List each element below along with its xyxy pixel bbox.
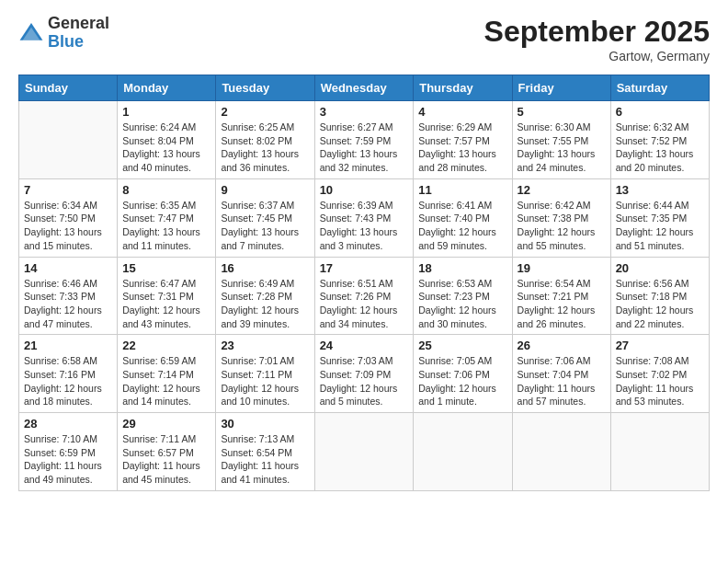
day-number: 30 xyxy=(221,417,309,431)
calendar-cell: 23Sunrise: 7:01 AMSunset: 7:11 PMDayligh… xyxy=(216,335,314,413)
day-number: 26 xyxy=(518,339,606,352)
logo-text: General Blue xyxy=(48,15,109,52)
day-number: 27 xyxy=(616,339,704,352)
calendar-week-row: 21Sunrise: 6:58 AMSunset: 7:16 PMDayligh… xyxy=(19,335,710,413)
cell-content: Sunrise: 7:01 AMSunset: 7:11 PMDaylight:… xyxy=(221,354,309,408)
day-number: 19 xyxy=(518,261,606,275)
calendar-cell: 17Sunrise: 6:51 AMSunset: 7:26 PMDayligh… xyxy=(314,257,414,335)
cell-content: Sunrise: 6:53 AMSunset: 7:23 PMDaylight:… xyxy=(418,277,506,331)
calendar-cell xyxy=(512,413,610,491)
weekday-header-saturday: Saturday xyxy=(610,75,709,101)
location: Gartow, Germany xyxy=(484,49,710,63)
cell-content: Sunrise: 6:56 AMSunset: 7:18 PMDaylight:… xyxy=(616,277,704,331)
calendar-cell: 22Sunrise: 6:59 AMSunset: 7:14 PMDayligh… xyxy=(118,335,216,413)
cell-content: Sunrise: 7:03 AMSunset: 7:09 PMDaylight:… xyxy=(320,354,409,408)
calendar-cell: 19Sunrise: 6:54 AMSunset: 7:21 PMDayligh… xyxy=(512,257,610,335)
title-block: September 2025 Gartow, Germany xyxy=(484,15,710,63)
logo-icon xyxy=(18,20,44,46)
cell-content: Sunrise: 7:13 AMSunset: 6:54 PMDaylight:… xyxy=(221,432,309,487)
calendar-cell: 21Sunrise: 6:58 AMSunset: 7:16 PMDayligh… xyxy=(19,335,118,413)
weekday-header-monday: Monday xyxy=(118,75,216,101)
calendar-cell: 14Sunrise: 6:46 AMSunset: 7:33 PMDayligh… xyxy=(19,257,118,335)
calendar-cell: 24Sunrise: 7:03 AMSunset: 7:09 PMDayligh… xyxy=(314,335,414,413)
cell-content: Sunrise: 6:30 AMSunset: 7:55 PMDaylight:… xyxy=(518,121,606,175)
cell-content: Sunrise: 7:05 AMSunset: 7:06 PMDaylight:… xyxy=(418,354,506,408)
cell-content: Sunrise: 6:59 AMSunset: 7:14 PMDaylight:… xyxy=(122,354,210,408)
cell-content: Sunrise: 6:47 AMSunset: 7:31 PMDaylight:… xyxy=(122,277,210,331)
day-number: 13 xyxy=(616,183,704,197)
day-number: 6 xyxy=(616,105,704,119)
calendar-cell: 10Sunrise: 6:39 AMSunset: 7:43 PMDayligh… xyxy=(314,178,414,257)
day-number: 14 xyxy=(24,261,112,275)
month-title: September 2025 xyxy=(484,15,710,49)
cell-content: Sunrise: 7:06 AMSunset: 7:04 PMDaylight:… xyxy=(518,354,606,408)
calendar-cell xyxy=(19,101,118,179)
cell-content: Sunrise: 6:32 AMSunset: 7:52 PMDaylight:… xyxy=(616,121,704,175)
calendar-cell: 2Sunrise: 6:25 AMSunset: 8:02 PMDaylight… xyxy=(216,101,314,179)
day-number: 15 xyxy=(122,261,210,275)
weekday-header-wednesday: Wednesday xyxy=(314,75,414,101)
day-number: 22 xyxy=(122,339,210,352)
calendar-week-row: 14Sunrise: 6:46 AMSunset: 7:33 PMDayligh… xyxy=(19,257,710,335)
cell-content: Sunrise: 6:58 AMSunset: 7:16 PMDaylight:… xyxy=(24,354,112,408)
cell-content: Sunrise: 6:29 AMSunset: 7:57 PMDaylight:… xyxy=(418,121,506,175)
calendar-cell: 26Sunrise: 7:06 AMSunset: 7:04 PMDayligh… xyxy=(512,335,610,413)
cell-content: Sunrise: 6:46 AMSunset: 7:33 PMDaylight:… xyxy=(24,277,112,331)
day-number: 16 xyxy=(221,261,309,275)
day-number: 8 xyxy=(122,183,210,197)
day-number: 29 xyxy=(122,417,210,431)
cell-content: Sunrise: 7:11 AMSunset: 6:57 PMDaylight:… xyxy=(122,432,210,487)
day-number: 3 xyxy=(320,105,409,119)
weekday-header-thursday: Thursday xyxy=(414,75,512,101)
cell-content: Sunrise: 6:37 AMSunset: 7:45 PMDaylight:… xyxy=(221,199,309,253)
day-number: 21 xyxy=(24,339,112,352)
calendar-cell: 1Sunrise: 6:24 AMSunset: 8:04 PMDaylight… xyxy=(118,101,216,179)
calendar-cell: 5Sunrise: 6:30 AMSunset: 7:55 PMDaylight… xyxy=(512,101,610,179)
day-number: 7 xyxy=(24,183,112,197)
calendar-cell xyxy=(610,413,709,491)
calendar-cell: 12Sunrise: 6:42 AMSunset: 7:38 PMDayligh… xyxy=(512,178,610,257)
cell-content: Sunrise: 6:24 AMSunset: 8:04 PMDaylight:… xyxy=(122,121,210,175)
calendar-cell: 9Sunrise: 6:37 AMSunset: 7:45 PMDaylight… xyxy=(216,178,314,257)
calendar-cell: 28Sunrise: 7:10 AMSunset: 6:59 PMDayligh… xyxy=(19,413,118,491)
cell-content: Sunrise: 6:35 AMSunset: 7:47 PMDaylight:… xyxy=(122,199,210,253)
day-number: 10 xyxy=(320,183,409,197)
day-number: 1 xyxy=(122,105,210,119)
weekday-header-row: SundayMondayTuesdayWednesdayThursdayFrid… xyxy=(19,75,710,101)
day-number: 25 xyxy=(418,339,506,352)
calendar-cell: 8Sunrise: 6:35 AMSunset: 7:47 PMDaylight… xyxy=(118,178,216,257)
day-number: 2 xyxy=(221,105,309,119)
cell-content: Sunrise: 6:51 AMSunset: 7:26 PMDaylight:… xyxy=(320,277,409,331)
day-number: 4 xyxy=(418,105,506,119)
cell-content: Sunrise: 7:10 AMSunset: 6:59 PMDaylight:… xyxy=(24,432,112,487)
calendar-cell: 3Sunrise: 6:27 AMSunset: 7:59 PMDaylight… xyxy=(314,101,414,179)
cell-content: Sunrise: 6:44 AMSunset: 7:35 PMDaylight:… xyxy=(616,199,704,253)
calendar-cell: 16Sunrise: 6:49 AMSunset: 7:28 PMDayligh… xyxy=(216,257,314,335)
cell-content: Sunrise: 6:41 AMSunset: 7:40 PMDaylight:… xyxy=(418,199,506,253)
weekday-header-sunday: Sunday xyxy=(19,75,118,101)
calendar-cell: 6Sunrise: 6:32 AMSunset: 7:52 PMDaylight… xyxy=(610,101,709,179)
day-number: 17 xyxy=(320,261,409,275)
calendar-cell xyxy=(314,413,414,491)
calendar-cell: 29Sunrise: 7:11 AMSunset: 6:57 PMDayligh… xyxy=(118,413,216,491)
cell-content: Sunrise: 7:08 AMSunset: 7:02 PMDaylight:… xyxy=(616,354,704,408)
calendar-cell: 13Sunrise: 6:44 AMSunset: 7:35 PMDayligh… xyxy=(610,178,709,257)
day-number: 20 xyxy=(616,261,704,275)
calendar-week-row: 1Sunrise: 6:24 AMSunset: 8:04 PMDaylight… xyxy=(19,101,710,179)
calendar-cell xyxy=(414,413,512,491)
calendar-cell: 4Sunrise: 6:29 AMSunset: 7:57 PMDaylight… xyxy=(414,101,512,179)
logo: General Blue xyxy=(18,15,109,52)
cell-content: Sunrise: 6:39 AMSunset: 7:43 PMDaylight:… xyxy=(320,199,409,253)
calendar-cell: 15Sunrise: 6:47 AMSunset: 7:31 PMDayligh… xyxy=(118,257,216,335)
cell-content: Sunrise: 6:27 AMSunset: 7:59 PMDaylight:… xyxy=(320,121,409,175)
day-number: 18 xyxy=(418,261,506,275)
calendar-cell: 11Sunrise: 6:41 AMSunset: 7:40 PMDayligh… xyxy=(414,178,512,257)
calendar-cell: 20Sunrise: 6:56 AMSunset: 7:18 PMDayligh… xyxy=(610,257,709,335)
day-number: 12 xyxy=(518,183,606,197)
day-number: 11 xyxy=(418,183,506,197)
calendar-cell: 30Sunrise: 7:13 AMSunset: 6:54 PMDayligh… xyxy=(216,413,314,491)
day-number: 24 xyxy=(320,339,409,352)
cell-content: Sunrise: 6:25 AMSunset: 8:02 PMDaylight:… xyxy=(221,121,309,175)
weekday-header-friday: Friday xyxy=(512,75,610,101)
day-number: 23 xyxy=(221,339,309,352)
